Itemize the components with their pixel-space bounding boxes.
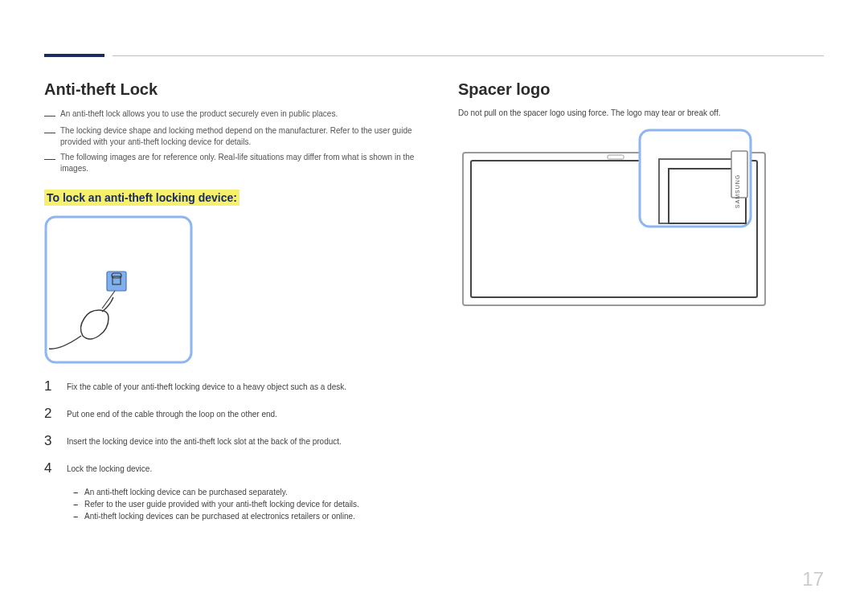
spacer-logo-illustration: SAMSUNG bbox=[458, 127, 772, 312]
sub-bullet: ‒ An anti-theft locking device can be pu… bbox=[73, 488, 422, 497]
step-text: Put one end of the cable through the loo… bbox=[67, 406, 277, 420]
spacer-note: Do not pull on the spacer logo using for… bbox=[458, 108, 824, 117]
header-rule bbox=[44, 55, 824, 56]
lock-illustration bbox=[44, 215, 193, 364]
steps-list: 1 Fix the cable of your anti-theft locki… bbox=[44, 378, 422, 476]
note-item: ― The locking device shape and locking m… bbox=[44, 125, 422, 147]
dash-icon: ‒ bbox=[73, 512, 78, 521]
sub-heading: To lock an anti-theft locking device: bbox=[44, 190, 240, 206]
step-number: 2 bbox=[44, 406, 55, 422]
brand-text: SAMSUNG bbox=[735, 174, 740, 208]
step-number: 3 bbox=[44, 433, 55, 449]
dash-icon: ‒ bbox=[73, 500, 78, 509]
step-text: Lock the locking device. bbox=[67, 460, 152, 475]
dash-icon: ― bbox=[44, 153, 55, 164]
left-column: Anti-theft Lock ― An anti-theft lock all… bbox=[44, 80, 422, 524]
page-number: 17 bbox=[802, 568, 824, 591]
dash-icon: ‒ bbox=[73, 488, 78, 497]
step-number: 4 bbox=[44, 460, 55, 476]
notes-list: ― An anti-theft lock allows you to use t… bbox=[44, 108, 422, 174]
step-item: 3 Insert the locking device into the ant… bbox=[44, 433, 422, 449]
sub-bullet-text: Refer to the user guide provided with yo… bbox=[84, 500, 359, 509]
step-number: 1 bbox=[44, 378, 55, 394]
note-text: An anti-theft lock allows you to use the… bbox=[60, 108, 338, 120]
note-item: ― The following images are for reference… bbox=[44, 152, 422, 174]
sub-bullet: ‒ Anti-theft locking devices can be purc… bbox=[73, 512, 422, 521]
anti-theft-heading: Anti-theft Lock bbox=[44, 80, 422, 99]
sub-bullet-text: Anti-theft locking devices can be purcha… bbox=[84, 512, 355, 521]
note-text: The locking device shape and locking met… bbox=[60, 125, 422, 147]
sub-bullets: ‒ An anti-theft locking device can be pu… bbox=[73, 488, 422, 521]
svg-rect-1 bbox=[107, 272, 126, 291]
right-column: Spacer logo Do not pull on the spacer lo… bbox=[458, 80, 824, 524]
dash-icon: ― bbox=[44, 109, 55, 121]
step-item: 1 Fix the cable of your anti-theft locki… bbox=[44, 378, 422, 394]
sub-bullet: ‒ Refer to the user guide provided with … bbox=[73, 500, 422, 509]
spacer-logo-heading: Spacer logo bbox=[458, 80, 824, 99]
note-item: ― An anti-theft lock allows you to use t… bbox=[44, 108, 422, 121]
sub-bullet-text: An anti-theft locking device can be purc… bbox=[84, 488, 288, 497]
step-text: Fix the cable of your anti-theft locking… bbox=[67, 378, 346, 393]
step-text: Insert the locking device into the anti-… bbox=[67, 433, 342, 447]
step-item: 4 Lock the locking device. bbox=[44, 460, 422, 476]
dash-icon: ― bbox=[44, 126, 55, 137]
note-text: The following images are for reference o… bbox=[60, 152, 422, 174]
step-item: 2 Put one end of the cable through the l… bbox=[44, 406, 422, 422]
